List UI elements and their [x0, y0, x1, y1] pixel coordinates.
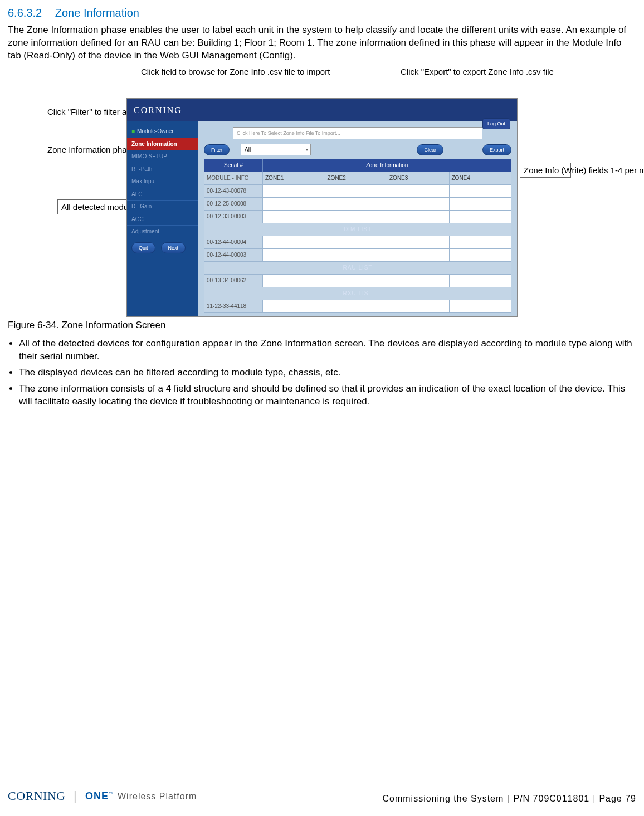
- table-row: 00-12-33-00003: [204, 210, 511, 223]
- zone-cell[interactable]: [449, 197, 511, 210]
- col-serial: Serial #: [204, 159, 263, 172]
- table-row: 00-12-44-00003: [204, 248, 511, 261]
- zone-table: Serial # Zone Information MODULE - INFOZ…: [204, 159, 511, 313]
- zone-cell[interactable]: [449, 184, 511, 197]
- zone-cell: ZONE4: [449, 172, 511, 184]
- zone-cell[interactable]: [387, 184, 450, 197]
- sidebar-item[interactable]: RF-Path: [127, 163, 198, 175]
- table-row: 00-12-25-00008: [204, 197, 511, 210]
- zone-cell[interactable]: [263, 197, 325, 210]
- zone-cell[interactable]: [325, 184, 387, 197]
- band-rau: RAU LIST: [204, 261, 511, 274]
- sidebar-item[interactable]: Module-Owner: [127, 125, 198, 138]
- zone-cell[interactable]: [449, 236, 511, 248]
- serial-cell: MODULE - INFO: [204, 172, 263, 184]
- zone-cell[interactable]: [449, 248, 511, 261]
- app-window: CORNING Log Out Module-OwnerZone Informa…: [126, 98, 518, 317]
- sidebar-item[interactable]: MIMO-SETUP: [127, 150, 198, 163]
- serial-cell: 00-13-34-00062: [204, 274, 263, 287]
- figure: Click field to browse for Zone Info .csv…: [8, 68, 636, 317]
- zone-cell[interactable]: [263, 184, 325, 197]
- table-row: 00-13-34-00062: [204, 274, 511, 287]
- zone-cell[interactable]: [387, 300, 450, 312]
- callout-zone-fields: Zone Info (Write) fields 1-4 per module: [520, 163, 571, 178]
- intro-paragraph: The Zone Information phase enables the u…: [8, 24, 636, 62]
- app-brand: CORNING: [134, 105, 182, 115]
- callout-export: Click "Export" to export Zone Info .csv …: [401, 67, 484, 76]
- clear-button[interactable]: Clear: [417, 144, 443, 155]
- serial-cell: 00-12-44-00004: [204, 236, 263, 248]
- serial-cell: 00-12-25-00008: [204, 197, 263, 210]
- zone-cell: ZONE2: [325, 172, 387, 184]
- section-title: Zone Information: [55, 7, 139, 19]
- zone-cell[interactable]: [449, 274, 511, 287]
- serial-cell: 00-12-33-00003: [204, 210, 263, 223]
- bullet-item: The displayed devices can be filtered ac…: [19, 367, 636, 379]
- callout-import: Click field to browse for Zone Info .csv…: [141, 67, 241, 76]
- section-heading: 6.6.3.2 Zone Information: [8, 6, 636, 21]
- section-number: 6.6.3.2: [8, 7, 42, 19]
- sidebar-item[interactable]: DL Gain: [127, 200, 198, 213]
- zone-cell[interactable]: [325, 274, 387, 287]
- import-file-field[interactable]: Click Here To Select Zone Info File To I…: [233, 127, 482, 139]
- zone-cell[interactable]: [387, 210, 450, 223]
- quit-button[interactable]: Quit: [131, 242, 155, 253]
- band-rxu: RXU LIST: [204, 287, 511, 300]
- sidebar-item[interactable]: AGC: [127, 213, 198, 226]
- zone-cell[interactable]: [449, 210, 511, 223]
- zone-cell[interactable]: [449, 300, 511, 312]
- app-header: CORNING Log Out: [127, 99, 517, 122]
- sidebar: Module-OwnerZone InformationMIMO-SETUPRF…: [127, 121, 198, 316]
- zone-cell[interactable]: [325, 236, 387, 248]
- figure-layer: Click field to browse for Zone Info .csv…: [126, 68, 518, 317]
- zone-cell[interactable]: [387, 236, 450, 248]
- zone-cell[interactable]: [263, 274, 325, 287]
- zone-cell[interactable]: [325, 210, 387, 223]
- zone-cell[interactable]: [325, 300, 387, 312]
- callout-modules: All detected modules are displayed with …: [57, 199, 128, 214]
- zone-cell[interactable]: [263, 248, 325, 261]
- logout-button[interactable]: Log Out: [482, 118, 510, 129]
- table-row: 00-12-44-00004: [204, 236, 511, 248]
- zone-cell: ZONE1: [263, 172, 325, 184]
- filter-button[interactable]: Filter: [204, 144, 230, 155]
- bullet-item: All of the detected devices for configur…: [19, 338, 636, 363]
- filter-select[interactable]: All: [241, 144, 311, 155]
- zone-cell[interactable]: [387, 197, 450, 210]
- sidebar-item[interactable]: Zone Information: [127, 138, 198, 150]
- next-button[interactable]: Next: [161, 242, 186, 253]
- zone-cell[interactable]: [387, 274, 450, 287]
- band-dim: DIM LIST: [204, 223, 511, 236]
- main-panel: Click Here To Select Zone Info File To I…: [198, 121, 517, 316]
- bullet-list: All of the detected devices for configur…: [8, 338, 636, 408]
- zone-cell[interactable]: [263, 210, 325, 223]
- serial-cell: 00-12-44-00003: [204, 248, 263, 261]
- bullet-item: The zone information consists of a 4 fie…: [19, 383, 636, 408]
- zone-cell[interactable]: [325, 197, 387, 210]
- table-row: MODULE - INFOZONE1ZONE2ZONE3ZONE4: [204, 172, 511, 184]
- export-button[interactable]: Export: [482, 144, 511, 155]
- figure-caption: Figure 6-34. Zone Information Screen: [8, 319, 636, 332]
- sidebar-item[interactable]: Max Input: [127, 175, 198, 188]
- table-row: 00-12-43-00078: [204, 184, 511, 197]
- zone-cell: ZONE3: [387, 172, 450, 184]
- sidebar-item[interactable]: Adjustment: [127, 225, 198, 238]
- zone-cell[interactable]: [325, 248, 387, 261]
- table-row: 11-22-33-44118: [204, 300, 511, 312]
- serial-cell: 00-12-43-00078: [204, 184, 263, 197]
- col-zone-info: Zone Information: [263, 159, 511, 172]
- zone-cell[interactable]: [263, 236, 325, 248]
- zone-cell[interactable]: [387, 248, 450, 261]
- callout-phase: Zone Information phase: [47, 145, 125, 154]
- serial-cell: 11-22-33-44118: [204, 300, 263, 312]
- zone-cell[interactable]: [263, 300, 325, 312]
- sidebar-item[interactable]: ALC: [127, 188, 198, 201]
- callout-filter: Click "Filter" to filter according to se…: [47, 107, 125, 116]
